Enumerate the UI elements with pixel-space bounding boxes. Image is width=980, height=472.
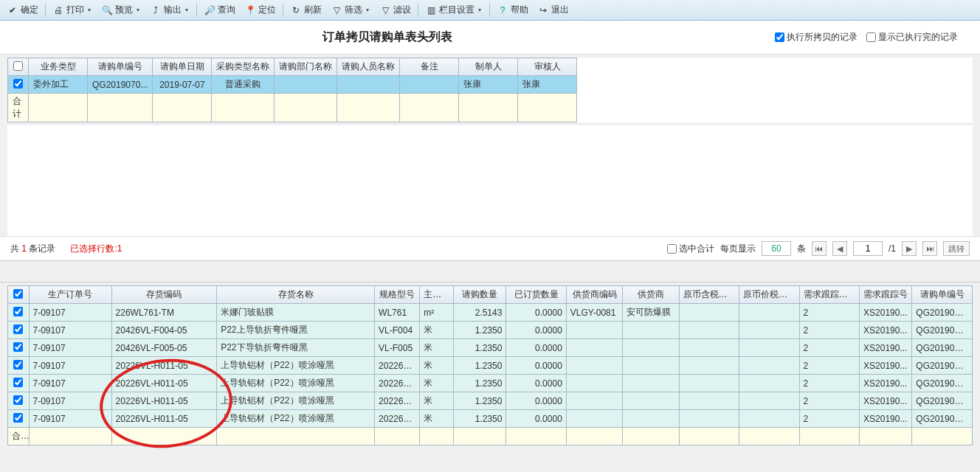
table-row[interactable]: 7-0910720226VL-H011-05上导轨铝材（P22）喷涂哑黑2022…: [8, 357, 973, 375]
row-checkbox[interactable]: [8, 339, 30, 357]
ok-button[interactable]: ✔确定: [3, 1, 42, 18]
column-header[interactable]: 业务类型: [29, 58, 88, 76]
cell: [679, 410, 739, 428]
column-header[interactable]: 存货编码: [111, 286, 217, 304]
column-header[interactable]: 原币价税合计: [739, 286, 799, 304]
column-header[interactable]: 供货商: [623, 286, 679, 304]
table-row[interactable]: 7-0910720426VL-F005-05P22下导轨折弯件哑黑VL-F005…: [8, 339, 973, 357]
cell: [679, 375, 739, 392]
select-all-checkbox[interactable]: [8, 58, 29, 76]
cell: 0.0000: [506, 410, 566, 428]
table-row[interactable]: 7-0910720226VL-H011-05上导轨铝材（P22）喷涂哑黑2022…: [8, 410, 973, 428]
row-checkbox[interactable]: [8, 375, 30, 392]
cell: 米娜门玻贴膜: [217, 304, 375, 322]
cell: 张康: [518, 76, 577, 94]
cell: 20426VL-F004-05: [111, 322, 217, 339]
colset-button[interactable]: ▥栏目设置▾: [421, 1, 486, 18]
cell: P22下导轨折弯件哑黑: [217, 339, 375, 357]
cell: [739, 357, 799, 375]
preview-button[interactable]: 🔍预览▾: [97, 1, 145, 18]
per-page-input[interactable]: [762, 241, 791, 256]
column-header[interactable]: 采购类型名称: [212, 58, 275, 76]
chevron-down-icon: ▾: [477, 4, 483, 16]
cell: [566, 375, 622, 392]
column-header[interactable]: 存货名称: [217, 286, 375, 304]
column-header[interactable]: 供货商编码: [566, 286, 622, 304]
cell: [623, 410, 679, 428]
prev-page-button[interactable]: ◀: [832, 241, 847, 256]
table-row[interactable]: 委外加工QG2019070...2019-07-07普通采购张康张康: [8, 76, 577, 94]
table-row[interactable]: 7-0910720226VL-H011-05上导轨铝材（P22）喷涂哑黑2022…: [8, 375, 973, 392]
cell: [566, 410, 622, 428]
cell: 米: [420, 357, 454, 375]
cell: 20226VL...: [375, 392, 420, 410]
cell: 7-09107: [29, 410, 111, 428]
cell: [275, 76, 337, 94]
column-header[interactable]: 请购单编号: [912, 286, 973, 304]
row-checkbox[interactable]: [8, 322, 30, 339]
detail-table[interactable]: 生产订单号存货编码存货名称规格型号主计量请购数量已订货数量供货商编码供货商原币含…: [7, 285, 973, 445]
cell: 7-09107: [29, 357, 111, 375]
cell: [566, 322, 622, 339]
chevron-down-icon: ▾: [135, 4, 141, 16]
cell: XS20190...: [860, 375, 912, 392]
check-icon: ✔: [7, 4, 18, 16]
row-checkbox[interactable]: [8, 392, 30, 410]
select-all-checkbox[interactable]: [8, 286, 30, 304]
column-header[interactable]: 原币含税单价: [679, 286, 739, 304]
cell: [679, 392, 739, 410]
table-row[interactable]: 7-0910720426VL-F004-05P22上导轨折弯件哑黑VL-F004…: [8, 322, 973, 339]
funnel-icon: ▽: [379, 4, 391, 16]
column-header[interactable]: 请购单日期: [153, 58, 212, 76]
header-table[interactable]: 业务类型请购单编号请购单日期采购类型名称请购部门名称请购人员名称备注制单人审核人…: [7, 58, 577, 122]
row-checkbox[interactable]: [8, 76, 29, 94]
total-count: 1: [21, 243, 27, 254]
column-header[interactable]: 需求跟踪行号: [799, 286, 859, 304]
cell: [679, 322, 739, 339]
cell: 0.0000: [506, 357, 566, 375]
first-page-button[interactable]: ⏮: [812, 241, 827, 256]
column-header[interactable]: 请购人员名称: [337, 58, 400, 76]
row-checkbox[interactable]: [8, 357, 30, 375]
page-num-input[interactable]: [853, 241, 883, 256]
column-header[interactable]: 需求跟踪号: [860, 286, 912, 304]
export-button[interactable]: ⤴输出▾: [146, 1, 193, 18]
exit-button[interactable]: ↪退出: [534, 1, 573, 18]
refresh-button[interactable]: ↻刷新: [286, 1, 325, 18]
table-row[interactable]: 7-0910720226VL-H011-05上导轨铝材（P22）喷涂哑黑2022…: [8, 392, 973, 410]
column-header[interactable]: 请购单编号: [88, 58, 153, 76]
row-checkbox[interactable]: [8, 410, 30, 428]
column-header[interactable]: 规格型号: [375, 286, 420, 304]
query-button[interactable]: 🔎查询: [200, 1, 239, 18]
row-checkbox[interactable]: [8, 304, 30, 322]
cell: 20226VL...: [375, 375, 420, 392]
column-header[interactable]: 审核人: [518, 58, 577, 76]
column-header[interactable]: 请购数量: [454, 286, 506, 304]
column-header[interactable]: 备注: [400, 58, 459, 76]
print-button[interactable]: 🖨打印▾: [49, 1, 96, 18]
cell: 米: [420, 375, 454, 392]
printer-icon: 🖨: [52, 4, 64, 16]
refresh-icon: ↻: [290, 4, 302, 16]
filterset-button[interactable]: ▽滤设: [376, 1, 415, 18]
last-page-button[interactable]: ⏭: [922, 241, 937, 256]
locate-button[interactable]: 📍定位: [241, 1, 280, 18]
column-header[interactable]: 生产订单号: [29, 286, 111, 304]
column-header[interactable]: 请购部门名称: [275, 58, 337, 76]
cell: m²: [420, 304, 454, 322]
show-executed-checkbox[interactable]: 显示已执行完的记录: [866, 31, 958, 44]
selected-sum-checkbox[interactable]: 选中合计: [667, 243, 714, 255]
cell: 2.5143: [454, 304, 506, 322]
cell: VLGY-0081: [566, 304, 622, 322]
exec-copied-checkbox[interactable]: 执行所拷贝的记录: [775, 31, 858, 44]
jump-button[interactable]: 跳转: [943, 241, 970, 256]
column-header[interactable]: 主计量: [420, 286, 454, 304]
filter-button[interactable]: ▽筛选▾: [327, 1, 374, 18]
column-header[interactable]: 制单人: [459, 58, 518, 76]
cell: QG2019070...: [912, 304, 973, 322]
next-page-button[interactable]: ▶: [902, 241, 917, 256]
help-button[interactable]: ?帮助: [493, 1, 532, 18]
table-row[interactable]: 7-09107226WL761-TM米娜门玻贴膜WL761m²2.51430.0…: [8, 304, 973, 322]
column-header[interactable]: 已订货数量: [506, 286, 566, 304]
cell: XS20190...: [860, 410, 912, 428]
